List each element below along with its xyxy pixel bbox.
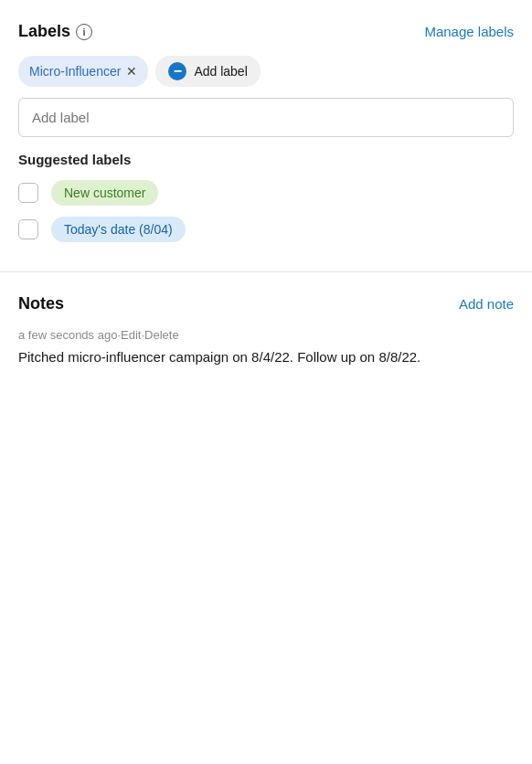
add-label-input[interactable] [18,98,514,137]
labels-title: Labels i [18,22,92,41]
checkbox-todays-date[interactable] [18,219,38,239]
note-body: Pitched micro-influencer campaign on 8/4… [18,347,514,368]
note-meta: a few seconds ago · Edit · Delete [18,328,514,342]
minus-circle-icon: − [168,62,186,80]
label-remove-icon[interactable]: ✕ [126,65,137,78]
suggested-item-new-customer: New customer [18,180,514,206]
labels-header: Labels i Manage labels [18,22,514,41]
add-note-link[interactable]: Add note [459,296,514,312]
suggested-item-todays-date: Today's date (8/04) [18,217,514,242]
add-label-input-wrapper [18,98,514,137]
label-tag-micro-influencer: Micro-Influencer ✕ [18,56,148,87]
note-timestamp: a few seconds ago [18,328,117,342]
notes-title: Notes [18,294,64,313]
checkbox-new-customer[interactable] [18,183,38,203]
add-label-button[interactable]: − Add label [155,56,260,87]
labels-info-icon[interactable]: i [76,24,92,40]
note-delete-link[interactable]: Delete [144,328,179,342]
notes-header: Notes Add note [18,294,514,313]
label-tag-text: Micro-Influencer [29,64,121,79]
suggested-labels-title: Suggested labels [18,152,514,167]
labels-title-text: Labels [18,22,70,41]
labels-section: Labels i Manage labels Micro-Influencer … [0,0,532,271]
note-edit-link[interactable]: Edit [121,328,141,342]
notes-title-text: Notes [18,294,64,313]
notes-section: Notes Add note a few seconds ago · Edit … [0,272,532,387]
suggested-label-new-customer[interactable]: New customer [51,180,158,206]
manage-labels-link[interactable]: Manage labels [424,24,514,39]
suggested-label-todays-date[interactable]: Today's date (8/04) [51,217,186,242]
add-label-button-text: Add label [194,64,247,79]
existing-labels: Micro-Influencer ✕ − Add label [18,56,514,87]
suggested-labels-section: Suggested labels New customer Today's da… [18,152,514,242]
